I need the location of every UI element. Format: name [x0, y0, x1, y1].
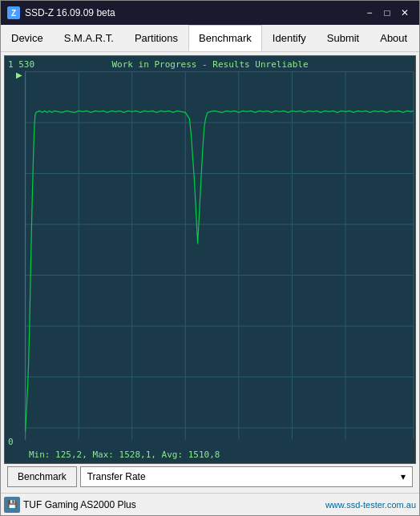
menu-identify[interactable]: Identify — [262, 25, 317, 51]
dropdown-arrow-icon: ▾ — [401, 471, 406, 482]
maximize-button[interactable]: □ — [379, 5, 395, 21]
window-title: SSD-Z 16.09.09 beta — [25, 7, 361, 18]
menu-bar: Device S.M.A.R.T. Partitions Benchmark I… — [1, 25, 419, 52]
menu-partitions[interactable]: Partitions — [124, 25, 188, 51]
main-window: Z SSD-Z 16.09.09 beta − □ ✕ Device S.M.A… — [0, 0, 420, 516]
menu-device[interactable]: Device — [1, 25, 54, 51]
transfer-rate-dropdown[interactable]: Transfer Rate ▾ — [80, 466, 413, 487]
close-button[interactable]: ✕ — [397, 5, 413, 21]
content-area: 1 530 Work in Progress - Results Unrelia… — [1, 52, 419, 493]
chart-svg: ▶ — [5, 56, 415, 463]
benchmark-chart: 1 530 Work in Progress - Results Unrelia… — [4, 55, 416, 464]
menu-about[interactable]: About — [370, 25, 418, 51]
benchmark-button[interactable]: Benchmark — [7, 466, 77, 487]
menu-benchmark[interactable]: Benchmark — [188, 25, 262, 51]
title-bar: Z SSD-Z 16.09.09 beta − □ ✕ — [1, 1, 419, 25]
menu-submit[interactable]: Submit — [317, 25, 370, 51]
app-icon: Z — [7, 6, 20, 19]
window-controls: − □ ✕ — [361, 5, 413, 21]
svg-text:▶: ▶ — [16, 71, 22, 80]
drive-name: TUF Gaming AS2000 Plus — [23, 499, 322, 510]
status-bar: 💾 TUF Gaming AS2000 Plus www.ssd-tester.… — [1, 493, 419, 515]
dropdown-label: Transfer Rate — [87, 471, 146, 482]
website-url: www.ssd-tester.com.au — [325, 500, 416, 510]
minimize-button[interactable]: − — [361, 5, 378, 21]
drive-icon: 💾 — [4, 497, 20, 513]
bottom-bar: Benchmark Transfer Rate ▾ — [4, 464, 416, 490]
menu-smart[interactable]: S.M.A.R.T. — [54, 25, 124, 51]
